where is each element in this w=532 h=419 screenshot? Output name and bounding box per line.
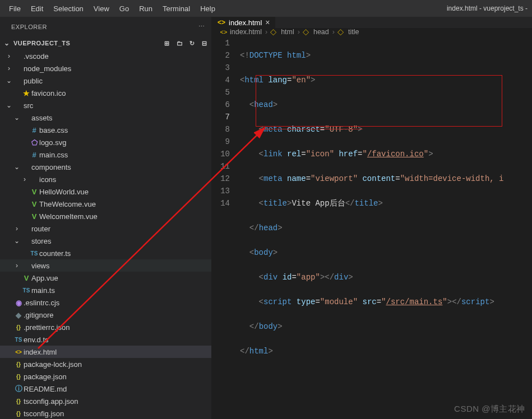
breadcrumb-head[interactable]: ⃟head bbox=[303, 28, 329, 36]
breadcrumb-title[interactable]: ⃟title bbox=[338, 28, 359, 36]
tree-item-public[interactable]: ⌄public bbox=[0, 75, 211, 87]
tree-item-WelcomeItem-vue[interactable]: VWelcomeItem.vue bbox=[0, 210, 211, 222]
tree-item-main-ts[interactable]: TSmain.ts bbox=[0, 284, 211, 296]
tree-item-views[interactable]: ›views bbox=[0, 259, 211, 272]
tree-item--prettierrc-json[interactable]: {}.prettierrc.json bbox=[0, 321, 211, 333]
tree-item--vscode[interactable]: ›.vscode bbox=[0, 50, 211, 62]
tree-item-src[interactable]: ⌄src bbox=[0, 99, 211, 111]
tree-item-icons[interactable]: ›icons bbox=[0, 173, 211, 185]
close-icon[interactable]: × bbox=[265, 18, 270, 27]
tree-item-base-css[interactable]: #base.css bbox=[0, 124, 211, 136]
menu-terminal[interactable]: Terminal bbox=[158, 2, 195, 15]
menu-help[interactable]: Help bbox=[196, 2, 220, 15]
tree-item-App-vue[interactable]: VApp.vue bbox=[0, 272, 211, 284]
tree-item-router[interactable]: ›router bbox=[0, 222, 211, 235]
menu-go[interactable]: Go bbox=[115, 2, 133, 15]
menubar: FileEditSelectionViewGoRunTerminalHelp i… bbox=[0, 0, 532, 17]
breadcrumb[interactable]: <>index.html›⃟html›⃟head›⃟title bbox=[212, 28, 532, 36]
tree-item-README-md[interactable]: ⓘREADME.md bbox=[0, 383, 211, 395]
tree-item-main-css[interactable]: #main.css bbox=[0, 148, 211, 161]
tree-item-stores[interactable]: ⌄stores bbox=[0, 235, 211, 247]
tree-item-logo-svg[interactable]: ⬠logo.svg bbox=[0, 136, 211, 148]
editor-tabs: <> index.html × bbox=[212, 17, 532, 28]
tree-item-favicon-ico[interactable]: ★favicon.ico bbox=[0, 87, 211, 99]
menu-run[interactable]: Run bbox=[135, 2, 157, 15]
tree-item-node-modules[interactable]: ›node_modules bbox=[0, 62, 211, 75]
breadcrumb-index.html[interactable]: <>index.html bbox=[220, 28, 262, 36]
tree-item-HelloWorld-vue[interactable]: VHelloWorld.vue bbox=[0, 185, 211, 198]
tree-item-assets[interactable]: ⌄assets bbox=[0, 111, 211, 124]
tree-item-components[interactable]: ⌄components bbox=[0, 161, 211, 173]
tab-label: index.html bbox=[229, 18, 262, 27]
tree-item-package-json[interactable]: {}package.json bbox=[0, 370, 211, 383]
file-tree: ›.vscode›node_modules⌄public★favicon.ico… bbox=[0, 50, 211, 419]
new-folder-icon[interactable]: 🗀 bbox=[177, 40, 183, 47]
html-file-icon: <> bbox=[218, 18, 225, 26]
tree-item-counter-ts[interactable]: TScounter.ts bbox=[0, 247, 211, 259]
tree-item-TheWelcome-vue[interactable]: VTheWelcome.vue bbox=[0, 198, 211, 210]
menu-selection[interactable]: Selection bbox=[49, 2, 87, 15]
new-file-icon[interactable]: ⊞ bbox=[164, 40, 170, 47]
watermark: CSDN @博主花神 bbox=[454, 404, 525, 415]
refresh-icon[interactable]: ↻ bbox=[189, 40, 195, 47]
menu-edit[interactable]: Edit bbox=[26, 2, 48, 15]
tree-item-env-d-ts[interactable]: TSenv.d.ts bbox=[0, 333, 211, 346]
code-editor[interactable]: 1234567891011121314 <!DOCTYPE html> <htm… bbox=[212, 36, 532, 419]
menu-view[interactable]: View bbox=[89, 2, 114, 15]
tree-item-index-html[interactable]: <>index.html bbox=[0, 346, 211, 358]
collapse-icon[interactable]: ⊟ bbox=[202, 40, 207, 47]
project-name: VUEPROJECT_TS bbox=[13, 40, 70, 46]
tab-index-html[interactable]: <> index.html × bbox=[212, 17, 276, 28]
tree-item--gitignore[interactable]: ◆.gitignore bbox=[0, 309, 211, 321]
menu-file[interactable]: File bbox=[4, 2, 25, 15]
explorer-sidebar: EXPLORER ⋯ ⌄ VUEPROJECT_TS ⊞ 🗀 ↻ ⊟ ›.vsc… bbox=[0, 17, 212, 419]
editor-panel: <> index.html × <>index.html›⃟html›⃟head… bbox=[212, 17, 532, 419]
more-icon[interactable]: ⋯ bbox=[198, 23, 205, 30]
tree-item--eslintrc-cjs[interactable]: ◉.eslintrc.cjs bbox=[0, 296, 211, 309]
tree-item-tsconfig-app-json[interactable]: {}tsconfig.app.json bbox=[0, 395, 211, 407]
explorer-title: EXPLORER bbox=[11, 24, 47, 30]
window-title: index.html - vueproject_ts - bbox=[447, 4, 528, 12]
breadcrumb-html[interactable]: ⃟html bbox=[271, 28, 294, 36]
chevron-down-icon[interactable]: ⌄ bbox=[2, 39, 11, 47]
tree-item-tsconfig-json[interactable]: {}tsconfig.json bbox=[0, 407, 211, 419]
tree-item-package-lock-json[interactable]: {}package-lock.json bbox=[0, 358, 211, 370]
